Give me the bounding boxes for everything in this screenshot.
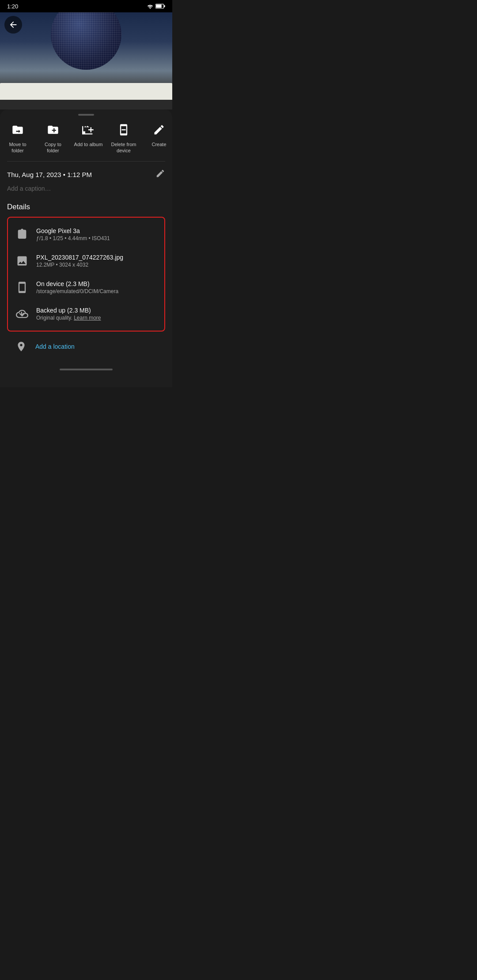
photo-area bbox=[0, 12, 172, 109]
drag-handle[interactable] bbox=[0, 109, 172, 118]
action-move-to-folder[interactable]: Move to folder bbox=[0, 122, 35, 156]
bottom-sheet: Move to folder Copy to folder Add to alb… bbox=[0, 109, 172, 387]
camera-detail-row: Google Pixel 3a ƒ/1.8 • 1/25 • 4.44mm • … bbox=[8, 221, 164, 248]
storage-label: On device (2.3 MB) bbox=[36, 280, 118, 287]
file-detail-text: PXL_20230817_074227263.jpg 12.2MP • 3024… bbox=[36, 254, 123, 268]
location-row[interactable]: Add a location bbox=[7, 332, 165, 362]
storage-detail-row: On device (2.3 MB) /storage/emulated/0/D… bbox=[8, 274, 164, 301]
action-delete-from-device[interactable]: Delete from device bbox=[106, 122, 141, 156]
file-name: PXL_20230817_074227263.jpg bbox=[36, 254, 123, 261]
date-row: Thu, Aug 17, 2023 • 1:12 PM bbox=[0, 162, 172, 183]
status-icons bbox=[147, 4, 165, 9]
svg-rect-1 bbox=[164, 5, 165, 8]
backup-detail-text: Backed up (2.3 MB) Original quality. Lea… bbox=[36, 307, 101, 321]
action-copy-to-folder[interactable]: Copy to folder bbox=[35, 122, 71, 156]
battery-icon bbox=[155, 4, 165, 9]
create-label: Create bbox=[151, 141, 166, 147]
drag-handle-bar bbox=[78, 114, 94, 116]
caption-field[interactable]: Add a caption… bbox=[0, 183, 172, 199]
location-icon bbox=[13, 339, 29, 354]
camera-detail-text: Google Pixel 3a ƒ/1.8 • 1/25 • 4.44mm • … bbox=[36, 227, 110, 241]
wifi-icon bbox=[147, 4, 154, 9]
edit-date-button[interactable] bbox=[155, 169, 165, 181]
create-icon bbox=[153, 124, 165, 138]
file-icon bbox=[14, 253, 30, 269]
storage-path: /storage/emulated/0/DCIM/Camera bbox=[36, 288, 118, 294]
copy-folder-icon bbox=[47, 124, 59, 138]
storage-detail-text: On device (2.3 MB) /storage/emulated/0/D… bbox=[36, 280, 118, 294]
shelf-shadow bbox=[0, 100, 172, 109]
shelf bbox=[0, 83, 172, 101]
backup-quality: Original quality. Learn more bbox=[36, 315, 101, 321]
delete-device-label: Delete from device bbox=[109, 141, 139, 154]
home-indicator bbox=[0, 362, 172, 374]
camera-device: Google Pixel 3a bbox=[36, 227, 110, 234]
photo-subject bbox=[51, 12, 121, 70]
backup-icon bbox=[14, 306, 30, 322]
add-location-label[interactable]: Add a location bbox=[35, 343, 75, 350]
move-folder-label: Move to folder bbox=[3, 141, 33, 154]
add-album-label: Add to album bbox=[74, 141, 103, 147]
home-bar bbox=[60, 369, 113, 370]
action-add-to-album[interactable]: Add to album bbox=[71, 122, 106, 149]
details-card: Google Pixel 3a ƒ/1.8 • 1/25 • 4.44mm • … bbox=[7, 217, 165, 332]
svg-rect-2 bbox=[156, 4, 162, 8]
camera-settings: ƒ/1.8 • 1/25 • 4.44mm • ISO431 bbox=[36, 235, 110, 241]
status-bar: 1:20 bbox=[0, 0, 172, 12]
action-create[interactable]: Create bbox=[141, 122, 172, 149]
backup-detail-row: Backed up (2.3 MB) Original quality. Lea… bbox=[8, 301, 164, 327]
backup-label: Backed up (2.3 MB) bbox=[36, 307, 101, 314]
file-detail-row: PXL_20230817_074227263.jpg 12.2MP • 3024… bbox=[8, 248, 164, 274]
phone-icon bbox=[14, 279, 30, 295]
copy-folder-label: Copy to folder bbox=[38, 141, 68, 154]
learn-more-link[interactable]: Learn more bbox=[74, 315, 101, 321]
file-info: 12.2MP • 3024 x 4032 bbox=[36, 262, 123, 268]
action-toolbar: Move to folder Copy to folder Add to alb… bbox=[0, 118, 172, 161]
move-folder-icon bbox=[11, 124, 24, 138]
details-header: Details bbox=[0, 199, 172, 217]
camera-icon bbox=[14, 226, 30, 242]
back-button[interactable] bbox=[4, 16, 22, 34]
back-arrow-icon bbox=[8, 20, 18, 30]
status-time: 1:20 bbox=[7, 3, 18, 10]
delete-device-icon bbox=[117, 124, 130, 138]
add-album-icon bbox=[82, 124, 95, 138]
date-text: Thu, Aug 17, 2023 • 1:12 PM bbox=[7, 171, 92, 178]
